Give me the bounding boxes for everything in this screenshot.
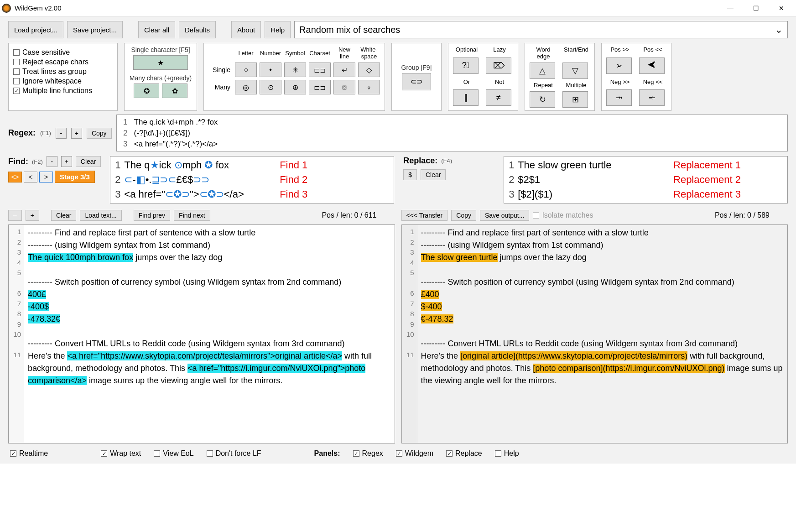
newline-single-button[interactable]: ↵	[333, 63, 355, 77]
isolate-checkbox[interactable]	[533, 212, 539, 219]
find-prev-button[interactable]: Find prev	[134, 210, 170, 221]
negf-label: Neg >>	[606, 78, 634, 87]
treat-lines-checkbox[interactable]	[13, 68, 20, 75]
startend-button[interactable]: ▽	[562, 63, 588, 79]
right-line-highlight: €-478.32	[421, 314, 453, 323]
clear-all-button[interactable]: Clear all	[138, 21, 175, 38]
optional-button[interactable]: ?⃞	[453, 57, 479, 74]
symbol-many-button[interactable]: ⊛	[284, 80, 306, 94]
whitespace-header: White- space	[358, 46, 380, 60]
save-output-button[interactable]: Save output...	[480, 210, 529, 221]
replacement-3-label: Replacement 3	[673, 188, 783, 200]
many-star-button[interactable]: ✪	[134, 83, 159, 98]
charset-single-button[interactable]: ⊏⊐	[309, 63, 331, 77]
right-line-highlight: $-400	[421, 302, 442, 311]
replace-textarea[interactable]: 1The slow green turtleReplacement 1 2$2$…	[504, 156, 788, 203]
defaults-button[interactable]: Defaults	[179, 21, 216, 38]
panel-wildgem-checkbox[interactable]	[396, 450, 402, 457]
number-many-button[interactable]: ⊙	[260, 80, 281, 94]
find-textarea[interactable]: 1The q★ick ⊙mph ✪ foxFind 1 2⊂-◧•.⊒⊃⊂£€$…	[110, 156, 394, 203]
find-3-label: Find 3	[280, 188, 389, 200]
left-load-text-button[interactable]: Load text...	[80, 210, 121, 221]
multiline-checkbox[interactable]	[13, 88, 20, 94]
stage-prev-button[interactable]: <	[24, 172, 37, 183]
wordedge-button[interactable]: △	[530, 63, 555, 79]
panel-help-checkbox[interactable]	[495, 450, 501, 457]
lazy-button[interactable]: ⌦	[486, 57, 511, 74]
right-gutter: 1234567891011	[402, 225, 417, 443]
panel-regex-checkbox[interactable]	[353, 450, 359, 457]
left-expand-button[interactable]: +	[26, 210, 39, 221]
negb-button[interactable]: ⤝	[639, 89, 665, 106]
minimize-button[interactable]: —	[718, 0, 743, 16]
wrap-checkbox[interactable]	[101, 450, 107, 457]
project-dropdown[interactable]: Random mix of searches ⌄	[294, 21, 788, 38]
maximize-button[interactable]: ☐	[743, 0, 769, 16]
startend-label: Start/End	[562, 46, 590, 60]
replace-dollar-button[interactable]: $	[403, 169, 417, 180]
right-editor[interactable]: 1234567891011 --------- Find and replace…	[401, 224, 788, 443]
find-1-label: Find 1	[280, 159, 389, 171]
single-char-label: Single character [F5]	[129, 46, 192, 53]
ignore-whitespace-checkbox[interactable]	[13, 78, 20, 84]
posb-button[interactable]: ⮜	[639, 57, 665, 74]
multiple-button[interactable]: ⊞	[562, 91, 588, 108]
group-button[interactable]: ⊂⊃	[402, 73, 431, 90]
single-char-button[interactable]: ★	[133, 55, 188, 70]
find-next-button[interactable]: Find next	[174, 210, 210, 221]
symbol-single-button[interactable]: ✳	[284, 63, 306, 77]
char-grid-panel: Letter Number Symbol Charset New line Wh…	[203, 43, 385, 111]
whitespace-many-button[interactable]: ⬨	[358, 80, 380, 94]
lf-checkbox[interactable]	[207, 450, 213, 457]
or-label: Or	[453, 78, 480, 87]
transfer-button[interactable]: <<< Transfer	[401, 210, 448, 221]
not-button[interactable]: ≠	[486, 89, 511, 106]
realtime-checkbox[interactable]	[10, 450, 16, 457]
letter-many-button[interactable]: ◎	[235, 80, 257, 94]
number-single-button[interactable]: •	[260, 63, 281, 77]
regex-plus-button[interactable]: +	[71, 128, 82, 139]
replace-clear-button[interactable]: Clear	[421, 169, 446, 180]
stage-toggle-both[interactable]: <>	[8, 172, 22, 183]
wordedge-label: Word edge	[530, 46, 557, 60]
regex-line-1: The q.ick \d+mph .*? fox	[134, 117, 218, 128]
repeat-button[interactable]: ↻	[530, 91, 555, 108]
replace-line-2: $2$1	[518, 174, 673, 186]
load-project-button[interactable]: Load project...	[8, 21, 63, 38]
panels-label: Panels:	[314, 449, 340, 458]
find-clear-button[interactable]: Clear	[76, 156, 101, 167]
posf-button[interactable]: ➢	[606, 57, 632, 74]
regex-copy-button[interactable]: Copy	[87, 128, 112, 139]
panel-regex-label: Regex	[362, 449, 383, 458]
whitespace-single-button[interactable]: ◇	[358, 63, 380, 77]
regex-minus-button[interactable]: -	[56, 128, 67, 139]
find-plus-button[interactable]: +	[61, 156, 72, 167]
close-button[interactable]: ✕	[769, 0, 794, 16]
panel-replace-checkbox[interactable]	[446, 450, 453, 457]
left-editor[interactable]: 1234567891011 --------- Find and replace…	[8, 224, 395, 443]
find-minus-button[interactable]: -	[47, 156, 57, 167]
newline-header: New line	[333, 46, 355, 60]
reject-escape-checkbox[interactable]	[13, 59, 20, 65]
about-button[interactable]: About	[231, 21, 261, 38]
eol-checkbox[interactable]	[154, 450, 160, 457]
newline-many-button[interactable]: ⧈	[333, 80, 355, 94]
charset-many-button[interactable]: ⊏⊐	[309, 80, 331, 94]
help-button[interactable]: Help	[265, 21, 291, 38]
left-clear-button[interactable]: Clear	[51, 210, 76, 221]
find-hint: (F2)	[32, 158, 43, 165]
or-button[interactable]: ‖	[453, 89, 479, 106]
right-copy-button[interactable]: Copy	[451, 210, 476, 221]
left-collapse-button[interactable]: –	[8, 210, 22, 221]
case-sensitive-checkbox[interactable]	[13, 49, 20, 56]
stage-next-button[interactable]: >	[39, 172, 53, 183]
isolate-label: Isolate matches	[542, 211, 593, 219]
negf-button[interactable]: ⤞	[606, 89, 632, 106]
left-pos-label: Pos / len: 0 / 611	[322, 211, 376, 219]
not-label: Not	[486, 78, 513, 87]
mod-panel-2: Word edge Start/End △ ▽ Repeat Multiple …	[525, 43, 595, 111]
many-flower-button[interactable]: ✿	[162, 83, 187, 98]
regex-textarea[interactable]: 1The q.ick \d+mph .*? fox 2(-?[\d\.]+)([…	[116, 115, 788, 151]
save-project-button[interactable]: Save project...	[67, 21, 123, 38]
letter-single-button[interactable]: ○	[235, 63, 257, 77]
